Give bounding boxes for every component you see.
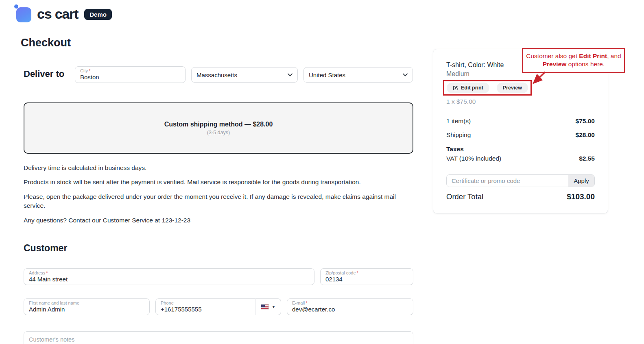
address-field[interactable]: Address*: [24, 268, 314, 285]
shipping-label: Shipping: [446, 131, 471, 139]
summary-row-shipping: Shipping $28.00: [446, 131, 595, 139]
summary-row-items: 1 item(s) $75.00: [446, 118, 595, 125]
zip-field[interactable]: Zip/postal code*: [320, 268, 413, 285]
page-title: Checkout: [21, 37, 71, 49]
caret-down-icon: ▼: [272, 305, 275, 309]
chevron-down-icon: [288, 73, 293, 76]
phone-country-selector[interactable]: ▼: [255, 298, 281, 315]
required-mark: *: [306, 300, 307, 305]
brand-name: cs cart: [37, 6, 78, 22]
required-mark: *: [89, 68, 90, 73]
item-qty-price: 1 x $75.00: [446, 98, 476, 105]
phone-label: Phone: [161, 300, 250, 306]
phone-input[interactable]: [161, 306, 250, 313]
required-mark: *: [46, 270, 48, 275]
email-field[interactable]: E-mail*: [287, 298, 413, 315]
edit-print-button[interactable]: Edit print: [447, 83, 489, 93]
edit-print-label: Edit print: [461, 85, 483, 91]
product-option: Medium: [446, 70, 469, 78]
required-mark: *: [357, 270, 358, 275]
shipping-value: $28.00: [576, 131, 595, 139]
state-select-value: Massachusetts: [196, 72, 237, 78]
annotation-bold-edit-print: Edit Print: [579, 52, 607, 59]
customer-notes-input[interactable]: [29, 336, 408, 343]
promo-code-input[interactable]: [447, 175, 568, 187]
country-select[interactable]: United States: [303, 67, 413, 83]
summary-row-vat: VAT (10% included) $2.55: [446, 155, 595, 162]
country-select-value: United States: [309, 72, 345, 78]
pencil-square-icon: [453, 85, 458, 91]
zip-input[interactable]: [325, 276, 408, 283]
delivery-note: Please, open the package delivered under…: [24, 192, 413, 211]
chevron-down-icon: [403, 73, 408, 76]
red-arrow-icon: [528, 71, 549, 88]
city-label: City*: [80, 68, 180, 74]
email-label: E-mail*: [292, 300, 408, 306]
city-input[interactable]: [80, 74, 180, 81]
items-label: 1 item(s): [446, 118, 471, 125]
brand-logo: cs cart Demo: [16, 4, 112, 22]
checkout-page: cs cart Demo Checkout Deliver to City* M…: [0, 0, 644, 344]
delivery-notes: Delivery time is calculated in business …: [24, 163, 413, 230]
zip-label: Zip/postal code*: [325, 270, 408, 276]
product-name: T-shirt, Color: White: [446, 61, 504, 69]
email-input[interactable]: [292, 306, 408, 313]
name-input[interactable]: [29, 306, 144, 313]
shipping-method-title: Custom shipping method — $28.00: [164, 121, 273, 128]
promo-code-control: Apply: [446, 174, 595, 187]
apply-button[interactable]: Apply: [568, 175, 594, 187]
phone-field[interactable]: Phone: [155, 298, 255, 315]
annotation-bold-preview: Preview: [543, 61, 567, 67]
shipping-method-days: (3-5 days): [207, 130, 230, 135]
annotation-callout: Customer also get Edit Print, and Previe…: [522, 48, 625, 73]
vat-value: $2.55: [579, 155, 595, 162]
deliver-to-label: Deliver to: [24, 69, 64, 79]
delivery-note: Any questions? Contact our Customer Serv…: [24, 216, 413, 225]
preview-label: Preview: [503, 85, 522, 91]
annotation-text: Customer also get: [526, 52, 579, 59]
order-summary-card: T-shirt, Color: White Medium Edit print …: [433, 49, 608, 213]
annotation-text: , and: [607, 52, 621, 59]
vat-label: VAT (10% included): [446, 155, 501, 162]
customer-notes-field[interactable]: [24, 331, 413, 344]
city-field[interactable]: City*: [75, 66, 186, 83]
name-field[interactable]: First name and last name: [24, 298, 150, 315]
address-input[interactable]: [29, 276, 309, 283]
order-total-label: Order Total: [446, 192, 483, 201]
address-label: Address*: [29, 270, 309, 276]
name-label: First name and last name: [29, 300, 144, 306]
order-total-row: Order Total $103.00: [446, 192, 595, 201]
us-flag-icon: [261, 304, 269, 309]
state-select[interactable]: Massachusetts: [191, 67, 298, 83]
logo-dot-icon: [14, 4, 18, 9]
items-value: $75.00: [576, 118, 595, 125]
cs-cart-logo-icon: [16, 7, 31, 22]
delivery-note: Products in stock will be sent after the…: [24, 178, 413, 187]
demo-badge: Demo: [84, 9, 112, 20]
order-total-value: $103.00: [567, 192, 595, 201]
delivery-note: Delivery time is calculated in business …: [24, 163, 413, 172]
taxes-heading: Taxes: [446, 146, 464, 153]
preview-button[interactable]: Preview: [497, 83, 528, 93]
customer-section-title: Customer: [24, 243, 67, 254]
annotation-highlight-rect: Edit print Preview: [443, 80, 532, 96]
annotation-text: options here.: [566, 61, 605, 67]
shipping-method-option[interactable]: Custom shipping method — $28.00 (3-5 day…: [24, 102, 413, 154]
